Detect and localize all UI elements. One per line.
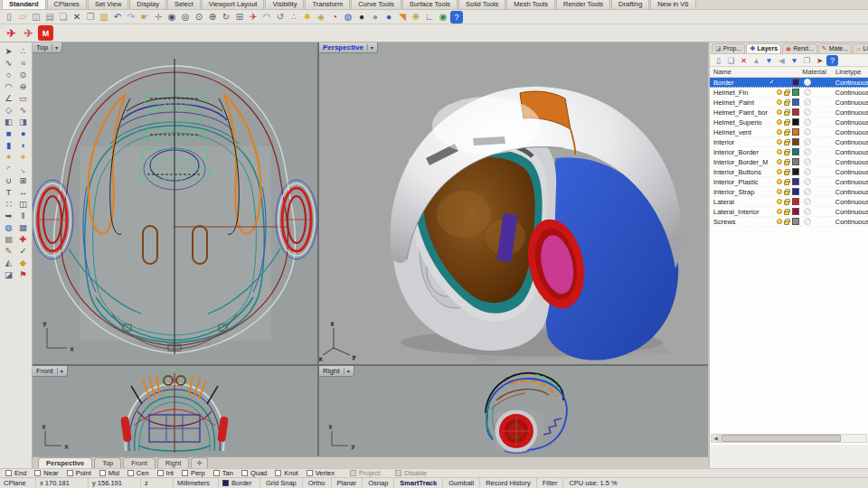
layer-lock-icon[interactable] — [783, 209, 790, 215]
render-sphere-icon[interactable]: ◍ — [2, 221, 16, 233]
viewport-menu-caret-icon[interactable]: ▾ — [57, 368, 63, 374]
panel-tab[interactable]: ✎ Mate... — [818, 43, 852, 53]
osnap-checkbox[interactable]: Cen — [127, 469, 149, 477]
osnap-checkbox[interactable]: Int — [157, 469, 174, 477]
zoom-extents-icon[interactable]: ⊕ — [206, 11, 219, 23]
open-file-icon[interactable]: ▱ — [16, 11, 29, 23]
arc-tool-icon[interactable]: ◠ — [2, 80, 16, 92]
layer-lock-icon[interactable] — [783, 99, 790, 106]
checkbox-icon[interactable] — [395, 470, 401, 476]
pipe-icon[interactable]: ‖ — [16, 210, 31, 221]
select-points-icon[interactable]: ∴ — [288, 11, 300, 23]
fillet-icon[interactable]: ◜ — [2, 163, 16, 174]
menu-tab[interactable]: Set View — [88, 0, 128, 9]
help-icon[interactable]: ? — [450, 11, 463, 23]
menu-tab[interactable]: Solid Tools — [458, 0, 505, 9]
freeform-curve-icon[interactable]: ∿ — [16, 104, 31, 116]
menu-tab[interactable]: Viewport Layout — [202, 0, 265, 9]
osnap-checkbox[interactable]: Perp — [182, 469, 205, 477]
viewport-tab[interactable]: Perspective — [38, 457, 92, 468]
grid-icon[interactable]: ▦ — [2, 233, 16, 245]
new-file-icon[interactable]: ▯ — [3, 11, 15, 23]
layer-lock-icon[interactable] — [783, 159, 790, 165]
viewport-layout-icon[interactable]: ⊞ — [233, 11, 246, 23]
panel-help-icon[interactable]: ? — [826, 55, 838, 66]
z-coordinate-cell[interactable]: z — [141, 478, 174, 488]
zoom-icon[interactable]: ◉ — [165, 11, 178, 23]
layer-lock-icon[interactable] — [783, 129, 790, 136]
zoom-window-icon[interactable]: ◎ — [179, 11, 192, 23]
viewport-tab[interactable]: Top — [94, 457, 121, 468]
polygon-tool-icon[interactable]: ◇ — [2, 104, 16, 116]
filter-icon[interactable]: ▼ — [788, 55, 800, 66]
shaded-view-icon[interactable]: ● — [369, 11, 382, 23]
layer-visibility-bulb-icon[interactable] — [775, 179, 782, 184]
layer-visibility-bulb-icon[interactable] — [775, 189, 782, 194]
scrollbar-thumb[interactable] — [722, 435, 841, 442]
menu-tab[interactable]: Standard — [2, 0, 46, 9]
layer-lock-icon[interactable] — [783, 119, 790, 126]
layer-material-icon[interactable] — [801, 118, 835, 126]
layer-material-icon[interactable] — [801, 128, 835, 136]
menu-tab[interactable]: CPlanes — [47, 0, 87, 9]
layer-material-icon[interactable] — [801, 89, 835, 96]
checkbox-icon[interactable] — [67, 470, 73, 476]
current-layer-cell[interactable]: Border — [219, 478, 260, 488]
surface-tool-icon[interactable]: ◧ — [2, 116, 16, 127]
layer-color-swatch[interactable] — [790, 108, 801, 116]
layer-color-swatch[interactable] — [790, 138, 801, 145]
checkbox-icon[interactable] — [182, 470, 188, 476]
light-icon[interactable]: ✹ — [301, 11, 314, 23]
layer-material-icon[interactable] — [801, 148, 835, 155]
corner-surface-icon[interactable]: ◨ — [16, 116, 31, 127]
export-icon[interactable]: ❏ — [57, 11, 70, 23]
layer-row[interactable]: Helmet_Paint Continuous — [710, 98, 868, 108]
layer-color-swatch[interactable] — [790, 188, 801, 195]
checkbox-icon[interactable] — [213, 470, 220, 476]
layer-material-icon[interactable] — [801, 188, 835, 195]
layer-row[interactable]: Helmet_Superio Continuous — [710, 117, 868, 127]
layer-visibility-bulb-icon[interactable] — [775, 209, 782, 214]
checkbox-icon[interactable] — [99, 470, 106, 476]
layer-color-swatch[interactable] — [790, 198, 801, 205]
sketch-icon[interactable]: ✎ — [2, 245, 16, 257]
layer-row[interactable]: Lateral Continuous — [710, 197, 868, 207]
delete-icon[interactable]: ✕ — [71, 11, 83, 23]
boolean-union-icon[interactable]: ✦ — [2, 151, 16, 163]
print-icon[interactable]: ▤ — [43, 11, 56, 23]
osnap-checkbox[interactable]: Near — [34, 469, 58, 477]
osnap-checkbox[interactable]: Quad — [241, 469, 267, 477]
layer-lock-icon[interactable] — [783, 179, 790, 185]
layer-row[interactable]: Lateral_Interior Continuous — [710, 207, 868, 217]
layer-material-icon[interactable] — [801, 198, 835, 205]
maxwell-render-icon[interactable]: M — [38, 25, 53, 41]
cplane-cell[interactable]: CPlane — [0, 478, 36, 488]
osnap-checkbox[interactable]: Project — [350, 469, 380, 477]
earth-icon[interactable]: ◉ — [437, 11, 449, 23]
menu-tab[interactable]: Visibility — [265, 0, 304, 9]
layer-row[interactable]: Border ✓ Continuous — [710, 78, 868, 88]
move-up-icon[interactable]: ▲ — [750, 55, 762, 66]
plugin-airplane-alt-icon[interactable]: ✈ — [21, 25, 36, 41]
mirror-icon[interactable]: ◫ — [16, 198, 31, 210]
x-coordinate-cell[interactable]: x 170.181 — [36, 478, 89, 488]
checkbox-icon[interactable] — [307, 470, 313, 476]
paste-icon[interactable]: ▥ — [98, 11, 110, 23]
move-view-icon[interactable]: ✛ — [152, 11, 165, 23]
units-cell[interactable]: Millimeters — [174, 478, 219, 488]
status-toggle-pane[interactable]: Planar — [332, 478, 363, 488]
layer-lock-icon[interactable] — [783, 89, 790, 96]
join-icon[interactable]: ∪ — [2, 174, 16, 186]
menu-tab[interactable]: Select — [167, 0, 201, 9]
y-coordinate-cell[interactable]: y 156.191 — [89, 478, 141, 488]
status-toggle-pane[interactable]: Grid Snap — [260, 478, 303, 488]
rendered-view-icon[interactable]: ● — [382, 11, 395, 23]
layer-row[interactable]: Interior_Buttons Continuous — [710, 167, 868, 177]
panel-tab[interactable]: ▱ Libra... — [853, 43, 868, 53]
select-tool-icon[interactable]: ➤ — [2, 45, 16, 57]
front-view-wireframe[interactable]: zx — [33, 366, 317, 456]
menu-tab[interactable]: New in V6 — [650, 0, 695, 9]
text-tool-icon[interactable]: T — [2, 186, 16, 198]
checkbox-icon[interactable] — [5, 470, 12, 476]
viewport-menu-caret-icon[interactable]: ▾ — [344, 368, 350, 374]
